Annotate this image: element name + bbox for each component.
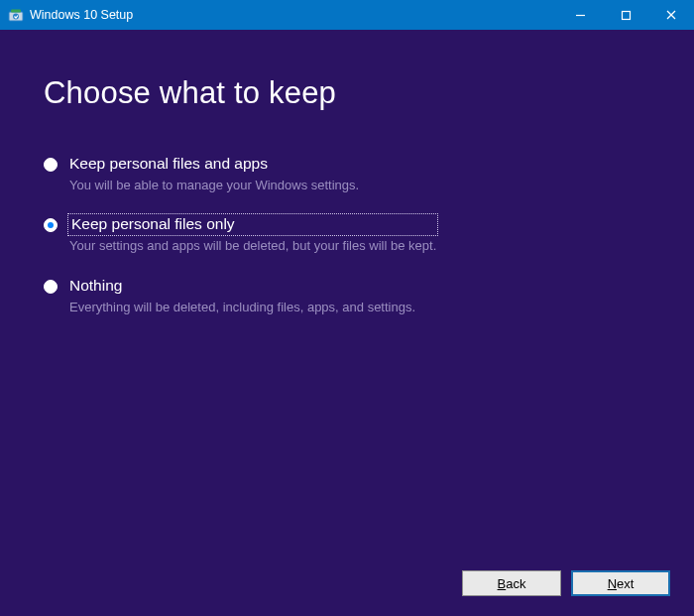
option-nothing[interactable]: Nothing Everything will be deleted, incl… bbox=[44, 277, 650, 315]
titlebar[interactable]: Windows 10 Setup bbox=[0, 0, 694, 30]
option-description: Your settings and apps will be deleted, … bbox=[69, 238, 436, 255]
maximize-button[interactable] bbox=[603, 0, 648, 30]
page-heading: Choose what to keep bbox=[44, 75, 650, 111]
client-area: Choose what to keep Keep personal files … bbox=[0, 30, 694, 616]
radio-icon bbox=[44, 158, 58, 172]
option-label: Keep personal files and apps bbox=[69, 155, 359, 174]
option-label: Nothing bbox=[69, 277, 415, 296]
minimize-button[interactable] bbox=[557, 0, 603, 30]
option-keep-files-only[interactable]: Keep personal files only Your settings a… bbox=[44, 215, 650, 254]
close-button[interactable] bbox=[648, 0, 694, 30]
option-description: You will be able to manage your Windows … bbox=[69, 178, 359, 194]
next-button[interactable]: Next bbox=[571, 570, 670, 596]
back-button[interactable]: Back bbox=[462, 570, 561, 596]
app-icon bbox=[8, 7, 24, 23]
option-label: Keep personal files only bbox=[69, 215, 436, 234]
radio-icon bbox=[44, 218, 58, 232]
svg-rect-5 bbox=[622, 11, 630, 19]
option-description: Everything will be deleted, including fi… bbox=[69, 300, 415, 316]
option-keep-files-and-apps[interactable]: Keep personal files and apps You will be… bbox=[44, 155, 650, 193]
window-title: Windows 10 Setup bbox=[30, 8, 133, 22]
options-group: Keep personal files and apps You will be… bbox=[44, 155, 650, 315]
footer-buttons: Back Next bbox=[462, 570, 670, 596]
svg-rect-3 bbox=[11, 10, 21, 13]
radio-icon bbox=[44, 280, 58, 294]
setup-window: Windows 10 Setup Choose what to keep Kee… bbox=[0, 0, 694, 616]
